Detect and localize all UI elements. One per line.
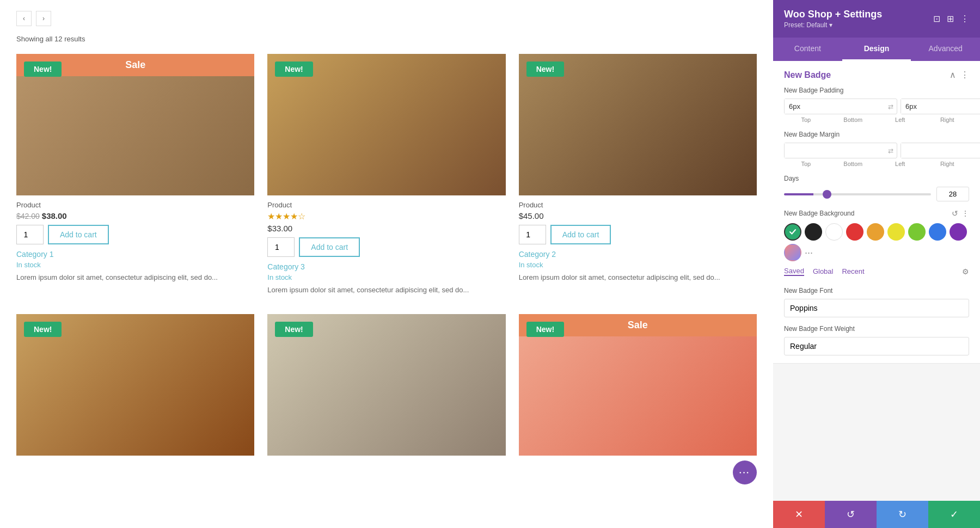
save-icon: ✓ (950, 508, 958, 520)
margin-top-input[interactable] (785, 143, 885, 158)
color-swatch-purple[interactable] (950, 223, 967, 241)
color-options-icon[interactable]: ⋮ (961, 209, 969, 218)
global-tab[interactable]: Global (813, 267, 834, 275)
section-title: New Badge (784, 70, 831, 80)
category-link[interactable]: Category 2 (519, 250, 757, 259)
color-settings-icon[interactable]: ⚙ (962, 267, 969, 276)
section-collapse-icon[interactable]: ∧ (950, 70, 956, 80)
new-price: $38.00 (42, 211, 67, 220)
product-price: $33.00 (267, 224, 505, 233)
panel-tabs: Content Design Advanced (773, 38, 980, 61)
new-badge: New! (24, 322, 62, 337)
font-weight-select[interactable]: Regular Bold Light (784, 337, 969, 355)
more-options-icon[interactable]: ⋮ (960, 14, 969, 24)
products-grid: Sale New! Product $42.00$38.00 Add to ca… (16, 54, 757, 456)
grid-icon[interactable]: ⊞ (947, 14, 954, 24)
padding-right-label: Right (926, 116, 970, 123)
new-badge: New! (275, 62, 313, 77)
undo-icon: ↺ (847, 508, 855, 520)
link-icon[interactable]: ⇄ (885, 145, 897, 157)
product-image: Sale New! (519, 314, 757, 456)
panel-body: New Badge ∧ ⋮ New Badge Padding ⇄ (773, 61, 980, 528)
padding-field-group: New Badge Padding ⇄ ⇄ (773, 87, 980, 131)
background-label-row: New Badge Background ↺ ⋮ (784, 209, 969, 218)
color-swatch-gradient[interactable] (784, 244, 801, 261)
color-swatch-lime[interactable] (908, 223, 926, 241)
color-swatch-green[interactable] (784, 223, 801, 241)
fab-icon: ●●● (739, 471, 750, 474)
quantity-input[interactable] (519, 225, 546, 244)
add-to-cart-row: Add to cart (519, 225, 757, 244)
stock-status: In stock (16, 261, 254, 269)
days-slider-row (784, 187, 969, 201)
save-button[interactable]: ✓ (928, 501, 980, 528)
font-section: New Badge Font Poppins Open Sans Roboto (773, 287, 980, 325)
product-card: Sale New! (519, 314, 757, 456)
color-swatch-black[interactable] (805, 223, 822, 241)
background-icons: ↺ ⋮ (952, 209, 969, 218)
product-image: New! (16, 314, 254, 456)
settings-panel: Woo Shop + Settings Preset: Default ▾ ⊡ … (773, 0, 980, 528)
screen-icon[interactable]: ⊡ (933, 14, 940, 24)
reset-color-icon[interactable]: ↺ (952, 209, 958, 218)
color-swatch-blue[interactable] (929, 223, 946, 241)
color-swatch-red[interactable] (846, 223, 863, 241)
padding-left-label: Left (878, 116, 922, 123)
days-section: Days (773, 175, 980, 209)
margin-bottom-label: Bottom (831, 161, 875, 167)
quantity-input[interactable] (267, 237, 295, 257)
color-swatch-white[interactable] (825, 223, 843, 241)
font-weight-section: New Badge Font Weight Regular Bold Light (773, 325, 980, 363)
tab-content[interactable]: Content (773, 38, 842, 61)
padding-bottom-input-group (901, 99, 980, 114)
color-swatch-yellow[interactable] (887, 223, 905, 241)
more-colors-icon[interactable]: ··· (805, 247, 813, 259)
next-arrow[interactable]: › (36, 11, 51, 26)
tab-advanced[interactable]: Advanced (911, 38, 980, 61)
margin-top-label: Top (784, 161, 828, 167)
padding-bottom-label: Bottom (831, 116, 875, 123)
margin-inputs: ⇄ (784, 143, 969, 158)
color-swatch-orange[interactable] (867, 223, 884, 241)
add-to-cart-button[interactable]: Add to cart (550, 225, 611, 244)
cancel-button[interactable]: ✕ (773, 501, 825, 528)
new-badge: New! (526, 322, 564, 337)
days-slider[interactable] (784, 193, 931, 195)
category-link[interactable]: Category 1 (16, 250, 254, 259)
margin-label: New Badge Margin (784, 131, 969, 138)
undo-button[interactable]: ↺ (825, 501, 877, 528)
old-price: $42.00 (16, 212, 40, 220)
redo-button[interactable]: ↻ (877, 501, 928, 528)
quantity-input[interactable] (16, 225, 44, 244)
prev-arrow[interactable]: ‹ (16, 11, 32, 26)
font-weight-label: New Badge Font Weight (784, 325, 969, 333)
category-link[interactable]: Category 3 (267, 262, 505, 271)
padding-top-label: Top (784, 116, 828, 123)
color-swatches: ··· (784, 223, 969, 261)
font-select[interactable]: Poppins Open Sans Roboto (784, 299, 969, 317)
new-badge: New! (24, 62, 62, 77)
add-to-cart-button[interactable]: Add to cart (48, 225, 109, 244)
stock-status: In stock (519, 261, 757, 269)
margin-field-group: New Badge Margin ⇄ (773, 131, 980, 175)
stock-status: In stock (267, 273, 505, 281)
margin-bottom-input[interactable] (901, 143, 980, 158)
floating-action-button[interactable]: ●●● (733, 461, 757, 484)
padding-bottom-input[interactable] (901, 99, 980, 114)
product-image: New! (267, 54, 505, 195)
tab-design[interactable]: Design (842, 38, 911, 61)
link-icon[interactable]: ⇄ (885, 101, 897, 113)
saved-tab[interactable]: Saved (784, 267, 804, 276)
days-value-input[interactable] (936, 187, 969, 201)
product-card: Sale New! Product $42.00$38.00 Add to ca… (16, 54, 254, 301)
margin-sub-labels: Top Bottom Left Right (784, 161, 969, 167)
product-card: New! (267, 314, 505, 456)
recent-tab[interactable]: Recent (842, 267, 864, 275)
padding-top-input[interactable] (785, 99, 885, 114)
add-to-cart-button[interactable]: Add to cart (299, 237, 360, 257)
panel-header-icons: ⊡ ⊞ ⋮ (933, 14, 969, 24)
product-description: Lorem ipsum dolor sit amet, consectetur … (267, 285, 505, 296)
section-options-icon[interactable]: ⋮ (960, 70, 969, 80)
price-value: $33.00 (267, 224, 292, 233)
add-to-cart-row: Add to cart (16, 225, 254, 244)
